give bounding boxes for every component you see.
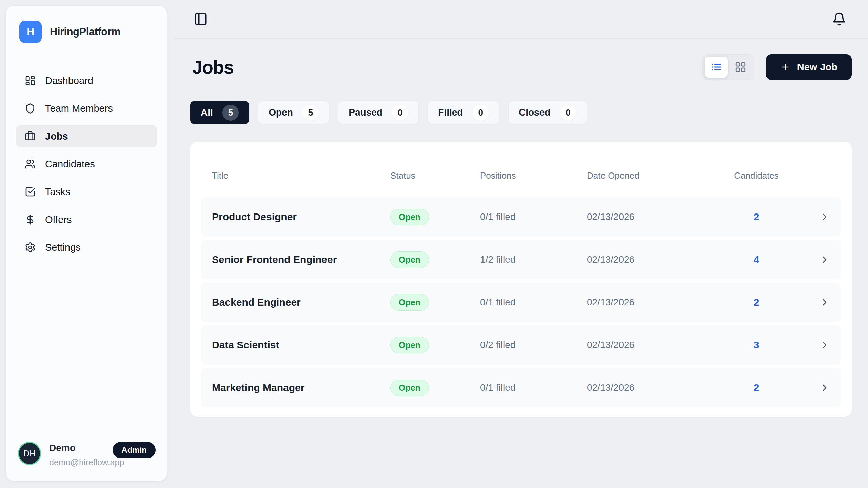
filter-tab-label: Closed — [519, 107, 550, 118]
table-row[interactable]: Senior Frontend Engineer Open 1/2 filled… — [201, 240, 841, 279]
sidebar-nav-item[interactable]: Offers — [16, 208, 157, 231]
nav-item-icon — [25, 103, 36, 114]
positions-cell: 0/2 filled — [480, 340, 587, 350]
filter-tab[interactable]: Open 5 — [258, 101, 329, 124]
table-row[interactable]: Product Designer Open 0/1 filled 02/13/2… — [201, 197, 841, 237]
chevron-right-icon — [819, 211, 830, 222]
sidebar-nav-item[interactable]: Team Members — [16, 97, 157, 120]
grid-view-button[interactable] — [729, 57, 752, 78]
page-header: Jobs New Job — [190, 54, 852, 80]
date-opened-cell: 02/13/2026 — [587, 254, 723, 265]
notifications-button[interactable] — [832, 12, 846, 26]
nav-item-label: Team Members — [45, 103, 113, 114]
nav-item-icon — [25, 75, 36, 86]
user-meta: Demo demo@hireflow.app — [49, 442, 124, 467]
layout-grid-icon — [735, 61, 746, 73]
nav-item-label: Candidates — [45, 159, 95, 170]
sidebar-nav-item[interactable]: Jobs — [16, 125, 157, 147]
list-icon — [710, 61, 722, 73]
nav-item-icon — [25, 242, 36, 253]
chevron-right-icon — [819, 382, 830, 393]
filter-tab-label: All — [201, 107, 213, 118]
filter-tab[interactable]: Filled 0 — [428, 101, 499, 124]
view-toggle — [702, 54, 754, 80]
candidates-count-link[interactable]: 3 — [723, 339, 790, 351]
sidebar-nav-item[interactable]: Tasks — [16, 181, 157, 203]
positions-cell: 0/1 filled — [480, 211, 587, 222]
status-badge: Open — [390, 294, 429, 311]
chevron-right-icon — [819, 340, 830, 350]
plus-icon — [780, 62, 790, 72]
status-filter-tabs: All 5 Open 5 Paused 0 Filled 0 — [190, 101, 852, 124]
nav-item-icon — [25, 131, 36, 142]
job-title-cell: Senior Frontend Engineer — [212, 254, 390, 265]
status-badge: Open — [390, 380, 429, 396]
jobs-table-card: Title Status Positions Date Opened Candi… — [190, 142, 852, 417]
chevron-right-icon — [819, 297, 830, 308]
job-status-cell: Open — [390, 380, 480, 396]
candidates-count-link[interactable]: 2 — [723, 297, 790, 308]
nav-item-label: Offers — [45, 214, 72, 225]
nav-item-icon — [25, 186, 36, 197]
filter-tab-count: 5 — [222, 105, 239, 121]
page-title: Jobs — [192, 57, 234, 78]
sidebar-nav-item[interactable]: Settings — [16, 236, 157, 259]
filter-tab[interactable]: Closed 0 — [508, 101, 587, 124]
job-status-cell: Open — [390, 337, 480, 353]
status-badge: Open — [390, 337, 429, 353]
nav-item-label: Dashboard — [45, 75, 93, 86]
filter-tab[interactable]: Paused 0 — [338, 101, 419, 124]
status-badge: Open — [390, 251, 429, 268]
positions-cell: 1/2 filled — [480, 254, 587, 265]
sidebar-nav: Dashboard Team Members Jobs Candidates T… — [16, 69, 157, 259]
filter-tab[interactable]: All 5 — [190, 101, 249, 124]
table-body: Product Designer Open 0/1 filled 02/13/2… — [201, 197, 841, 407]
row-chevron-cell — [790, 254, 830, 265]
sidebar-nav-item[interactable]: Dashboard — [16, 69, 157, 92]
table-row[interactable]: Marketing Manager Open 0/1 filled 02/13/… — [201, 368, 841, 407]
filter-tab-count: 0 — [472, 105, 489, 121]
positions-cell: 0/1 filled — [480, 382, 587, 393]
sidebar-nav-item[interactable]: Candidates — [16, 153, 157, 175]
job-status-cell: Open — [390, 209, 480, 225]
table-column-header: Title — [212, 170, 390, 181]
chevron-right-icon — [819, 254, 830, 265]
status-badge: Open — [390, 209, 429, 225]
new-job-label: New Job — [797, 62, 837, 73]
candidates-count-link[interactable]: 2 — [723, 211, 790, 223]
user-email: demo@hireflow.app — [49, 458, 124, 467]
topbar — [173, 0, 868, 39]
candidates-count-link[interactable]: 4 — [723, 254, 790, 265]
row-chevron-cell — [790, 340, 830, 350]
date-opened-cell: 02/13/2026 — [587, 340, 723, 350]
row-chevron-cell — [790, 297, 830, 308]
filter-tab-label: Paused — [349, 107, 382, 118]
date-opened-cell: 02/13/2026 — [587, 297, 723, 308]
sidebar: H HiringPlatform Dashboard Team Members … — [5, 5, 167, 481]
nav-item-icon — [25, 159, 36, 169]
content: Jobs New Job All — [173, 39, 868, 417]
date-opened-cell: 02/13/2026 — [587, 382, 723, 393]
sidebar-toggle-button[interactable] — [194, 12, 208, 26]
table-row[interactable]: Backend Engineer Open 0/1 filled 02/13/2… — [201, 283, 841, 322]
candidates-count-link[interactable]: 2 — [723, 382, 790, 393]
row-chevron-cell — [790, 211, 830, 222]
table-row[interactable]: Data Scientist Open 0/2 filled 02/13/202… — [201, 325, 841, 365]
sidebar-user[interactable]: DH Demo demo@hireflow.app Admin — [16, 442, 157, 467]
job-status-cell: Open — [390, 294, 480, 311]
table-header-row: Title Status Positions Date Opened Candi… — [201, 154, 841, 197]
list-view-button[interactable] — [705, 57, 728, 78]
user-role-badge: Admin — [113, 442, 156, 458]
table-column-header: Candidates — [723, 170, 790, 181]
app-name: HiringPlatform — [50, 26, 120, 38]
new-job-button[interactable]: New Job — [766, 54, 852, 80]
filter-tab-count: 0 — [392, 105, 408, 121]
job-title-cell: Marketing Manager — [212, 382, 390, 393]
brand: H HiringPlatform — [16, 21, 157, 43]
positions-cell: 0/1 filled — [480, 297, 587, 308]
user-avatar: DH — [18, 442, 41, 465]
filter-tab-label: Filled — [438, 107, 463, 118]
job-title-cell: Data Scientist — [212, 339, 390, 351]
nav-item-icon — [25, 214, 36, 225]
app-logo: H — [19, 21, 42, 43]
